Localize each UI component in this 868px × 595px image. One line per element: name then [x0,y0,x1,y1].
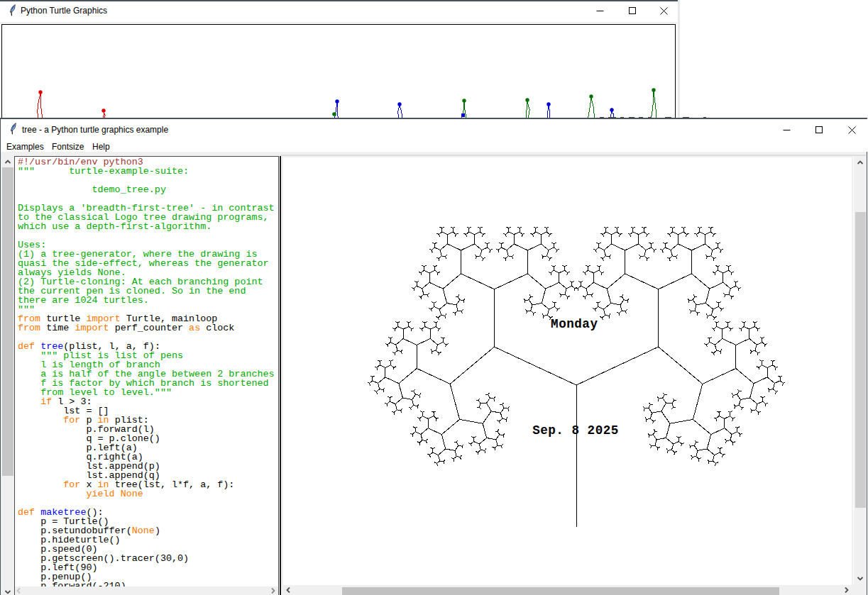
svg-text:Monday: Monday [551,317,598,331]
svg-text:Sep. 8 2025: Sep. 8 2025 [532,423,619,438]
